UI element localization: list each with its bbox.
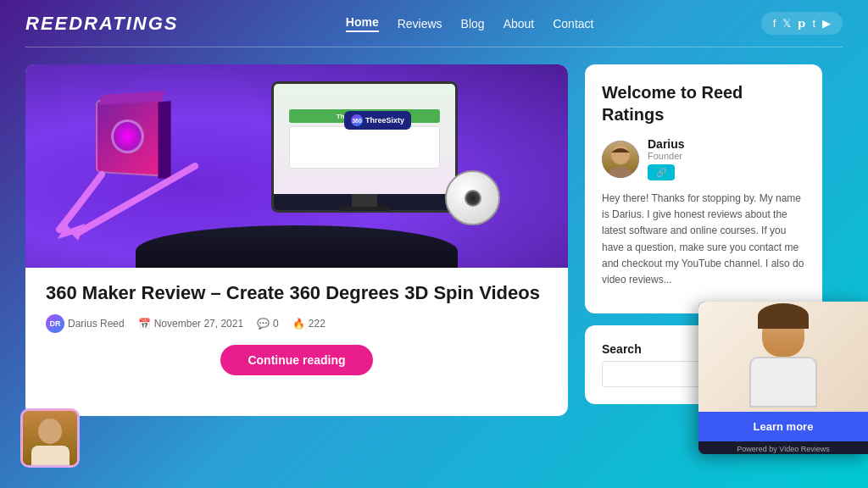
learn-more-button[interactable]: Learn more (698, 412, 868, 441)
main-nav: Home Reviews Blog About Contact (346, 15, 594, 32)
facebook-icon[interactable]: f (773, 17, 776, 30)
view-count: 222 (309, 318, 326, 330)
meta-views: 🔥 222 (292, 318, 326, 330)
powered-by-text: Powered by Video Reviews (698, 441, 868, 454)
welcome-card: Welcome to Reed Ratings Darius Founder (585, 64, 822, 313)
calendar-icon: 📅 (138, 318, 151, 330)
article-image: ThreeSixty Maker 360 ThreeSixty (25, 64, 568, 268)
sidebar-author-text: Hey there! Thanks for stopping by. My na… (602, 191, 805, 288)
meta-date: 📅 November 27, 2021 (138, 318, 243, 330)
nav-blog[interactable]: Blog (461, 17, 485, 30)
meta-comments: 💬 0 (257, 318, 279, 330)
badge-circle: 360 (351, 114, 363, 126)
bottom-left-avatar (20, 408, 80, 468)
monitor-stand (352, 194, 377, 207)
person-silhouette (31, 419, 70, 465)
sil-body (31, 446, 70, 468)
author-link-button[interactable]: 🔗 (648, 164, 675, 180)
badge-text: ThreeSixty (365, 116, 404, 125)
welcome-title: Welcome to Reed Ratings (602, 81, 805, 125)
link-icon: 🔗 (656, 168, 666, 177)
arrow-decoration (51, 158, 220, 242)
box-circle (111, 119, 144, 153)
camera-lens (465, 190, 481, 207)
video-overlay-widget: Learn more Powered by Video Reviews (698, 302, 868, 454)
video-content (698, 302, 868, 412)
comment-icon: 💬 (257, 318, 270, 330)
svg-point-3 (607, 166, 634, 178)
pinterest-icon[interactable]: 𝗽 (798, 17, 805, 30)
author-role: Founder (648, 151, 685, 161)
fire-icon: 🔥 (292, 318, 305, 330)
twitter-icon[interactable]: 𝕏 (782, 17, 791, 30)
author-info: Darius Founder 🔗 (648, 137, 685, 180)
comment-count: 0 (273, 318, 279, 330)
nav-about[interactable]: About (504, 17, 535, 30)
youtube-icon[interactable]: ▶ (822, 17, 831, 30)
person-body (749, 357, 817, 408)
nav-home[interactable]: Home (346, 15, 379, 32)
article-card: ThreeSixty Maker 360 ThreeSixty (25, 64, 568, 416)
avatar-inner (602, 141, 639, 178)
camera-sphere (445, 170, 500, 225)
monitor-content (289, 126, 440, 169)
meta-author: DR Darius Reed (46, 314, 125, 333)
nav-contact[interactable]: Contact (553, 17, 593, 30)
avatar-svg (602, 141, 639, 178)
article-meta: DR Darius Reed 📅 November 27, 2021 💬 0 🔥… (46, 314, 548, 333)
monitor-base (339, 207, 390, 211)
author-row: Darius Founder 🔗 (602, 137, 805, 180)
nav-reviews[interactable]: Reviews (398, 17, 442, 30)
author-name: Darius Reed (68, 318, 125, 330)
monitor-screen: ThreeSixty Maker (274, 84, 455, 194)
video-person (749, 310, 817, 412)
article-date: November 27, 2021 (154, 318, 243, 330)
author-avatar (602, 141, 639, 178)
site-header: ReedRatings Home Reviews Blog About Cont… (0, 0, 868, 47)
logo-badge: 360 ThreeSixty (344, 111, 411, 130)
author-display-name: Darius (648, 137, 685, 151)
article-body: 360 Maker Review – Create 360 Degrees 3D… (25, 268, 568, 389)
monitor: ThreeSixty Maker (271, 81, 458, 213)
author-mini-avatar: DR (46, 314, 64, 333)
tumblr-icon[interactable]: t (812, 17, 815, 30)
person-head (762, 310, 804, 357)
person-hair (758, 303, 809, 329)
site-logo[interactable]: ReedRatings (25, 13, 179, 35)
sil-head (38, 419, 62, 444)
continue-reading-button[interactable]: Continue reading (220, 345, 372, 375)
avatar-bg (23, 411, 77, 465)
header-divider (25, 47, 843, 47)
social-bar: f 𝕏 𝗽 t ▶ (761, 12, 843, 35)
article-title: 360 Maker Review – Create 360 Degrees 3D… (46, 281, 548, 306)
